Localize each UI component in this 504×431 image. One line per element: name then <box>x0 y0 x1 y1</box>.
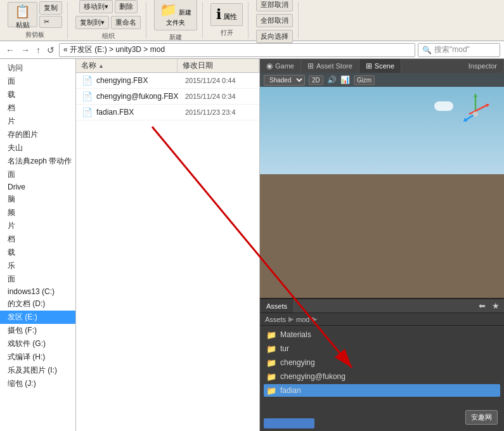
file-date-1: 2015/11/24 0:34 <box>185 93 254 100</box>
tab-inspector[interactable]: Inspector <box>462 59 504 73</box>
sidebar-item-4[interactable]: 片 <box>0 115 75 128</box>
sidebar-item-c[interactable]: indows13 (C:) <box>0 286 75 297</box>
sidebar-item-pics[interactable]: 存的图片 <box>0 128 75 141</box>
asset-label-chengying: chengying <box>280 358 315 367</box>
move-to-button[interactable]: 移动到▾ <box>79 0 113 13</box>
scene-toolbar-overlay: Shaded 2D 🔊 📊 Gizm <box>260 73 504 87</box>
paste-button[interactable]: 📋 粘贴 <box>8 2 37 27</box>
asset-item-tur[interactable]: 📁 tur <box>264 342 500 355</box>
sidebar-item-11[interactable]: 频 <box>0 206 75 219</box>
stats-icon: 📊 <box>340 75 350 84</box>
unity-panel: ◉ Game ⊞ Asset Store ⊞ Scene Inspector <box>260 59 504 431</box>
copy-button[interactable]: 复制 <box>39 1 62 15</box>
asset-label-tur: tur <box>280 344 289 353</box>
asset-store-icon: ⊞ <box>307 61 314 70</box>
sidebar-item-drive[interactable]: Drive <box>0 181 75 193</box>
invert-select-button[interactable]: 反向选择 <box>256 30 293 43</box>
asset-item-chengying[interactable]: 📁 chengying <box>264 356 500 369</box>
svg-line-2 <box>469 105 488 114</box>
sidebar-item-8[interactable]: 面 <box>0 168 75 181</box>
back-button[interactable]: ← <box>4 45 16 55</box>
sidebar-item-g[interactable]: 戏软件 (G:) <box>0 337 75 351</box>
address-path[interactable]: « 开发区 (E:) > unity3D > mod <box>59 43 415 57</box>
delete-button[interactable]: 删除 <box>115 0 138 13</box>
file-list-panel: 名称 ▲ 修改日期 📄 chengying.FBX 2015/11/24 0:4… <box>76 59 260 431</box>
deselect-all-button[interactable]: 全部取消 <box>256 14 293 27</box>
sidebar-item-i[interactable]: 乐及其图片 (I:) <box>0 364 75 377</box>
breadcrumb-sep-1: ▶ <box>288 315 294 323</box>
cut-button[interactable]: ✂ <box>39 16 62 28</box>
rename-button[interactable]: 重命名 <box>111 16 141 29</box>
audio-icon: 🔊 <box>327 75 337 84</box>
sidebar-item-12[interactable]: 片 <box>0 219 75 233</box>
tab-asset-store[interactable]: ⊞ Asset Store <box>301 59 359 73</box>
horizon-line <box>260 174 504 175</box>
copy-to-button[interactable]: 复制到▾ <box>75 16 109 29</box>
properties-button[interactable]: ℹ 属性 <box>210 3 243 26</box>
sidebar-item-3[interactable]: 档 <box>0 101 75 115</box>
col-header-name[interactable]: 名称 ▲ <box>76 59 178 72</box>
scene-ground <box>260 174 504 298</box>
search-icon: 🔍 <box>422 46 432 55</box>
file-item-2[interactable]: 📄 fadian.FBX 2015/11/23 23:4 <box>76 105 259 120</box>
sidebar-item-1[interactable]: 面 <box>0 75 75 88</box>
refresh-button[interactable]: ↺ <box>45 45 56 55</box>
new-folder-button[interactable]: 📁 新建文件夹 <box>154 0 197 30</box>
up-button[interactable]: ↑ <box>34 45 42 55</box>
gizmos-button[interactable]: Gizm <box>354 75 375 85</box>
sidebar-item-d[interactable]: 的文档 (D:) <box>0 297 75 311</box>
sidebar-item-2[interactable]: 载 <box>0 88 75 101</box>
sidebar-item-14[interactable]: 载 <box>0 246 75 259</box>
asset-item-fadian[interactable]: 📁 fadian <box>264 384 500 397</box>
clipboard-group: 📋 粘贴 复制 ✂ 剪切板 <box>3 2 68 39</box>
selected-blue-bar <box>264 418 314 428</box>
tab-scene[interactable]: ⊞ Scene <box>359 59 401 73</box>
sidebar-item-zeph[interactable]: 名法典zeph 带动作 <box>0 155 75 168</box>
file-date-0: 2015/11/24 0:44 <box>185 77 254 84</box>
sidebar-item-brain[interactable]: 脑 <box>0 193 75 206</box>
organize-group: 移动到▾ 删除 复制到▾ 重命名 组织 <box>70 2 146 39</box>
file-icon-1: 📄 <box>81 91 93 102</box>
2d-button[interactable]: 2D <box>309 75 323 85</box>
folder-icon-tur: 📁 <box>266 344 276 354</box>
file-list-header: 名称 ▲ 修改日期 <box>76 59 259 73</box>
sidebar-item-f[interactable]: 摄包 (F:) <box>0 324 75 337</box>
sidebar-item-h[interactable]: 式编译 (H:) <box>0 351 75 364</box>
unity-scene-view: Shaded 2D 🔊 📊 Gizm <box>260 73 504 298</box>
left-sidebar: 访问 面 载 档 片 存的图片 夫山 名法典zeph 带动作 <box>0 59 76 431</box>
sidebar-item-fushan[interactable]: 夫山 <box>0 141 75 155</box>
sidebar-item-16[interactable]: 面 <box>0 273 75 286</box>
breadcrumb-sep-2: ▶ <box>312 315 317 323</box>
toolbar: 📋 粘贴 复制 ✂ 剪切板 移动到▾ <box>0 0 504 41</box>
asset-label-materials: Materials <box>280 330 311 339</box>
shaded-select[interactable]: Shaded <box>264 75 305 86</box>
folder-icon-chengying: 📁 <box>266 357 276 368</box>
tab-assets[interactable]: Assets <box>260 299 294 312</box>
search-icon-btn[interactable]: ⬅ <box>477 300 488 311</box>
asset-item-chengying-fukong[interactable]: 📁 chengying@fukong <box>264 370 500 383</box>
sidebar-item-13[interactable]: 档 <box>0 233 75 246</box>
address-bar: ← → ↑ ↺ « 开发区 (E:) > unity3D > mod 🔍 搜索"… <box>0 41 504 59</box>
file-item-0[interactable]: 📄 chengying.FBX 2015/11/24 0:44 <box>76 73 259 89</box>
col-header-date[interactable]: 修改日期 <box>178 59 259 72</box>
organize-label: 组织 <box>102 32 115 41</box>
forward-button[interactable]: → <box>19 45 32 55</box>
asset-item-materials[interactable]: 📁 Materials <box>264 328 500 341</box>
sidebar-item-visit[interactable]: 访问 <box>0 61 75 75</box>
breadcrumb-mod[interactable]: mod <box>296 316 309 323</box>
sidebar-item-15[interactable]: 乐 <box>0 259 75 273</box>
tab-game[interactable]: ◉ Game <box>260 59 301 73</box>
unity-bottom-right-btns: ⬅ ★ <box>477 299 504 313</box>
sidebar-item-e[interactable]: 发区 (E:) <box>0 311 75 324</box>
file-icon-0: 📄 <box>81 75 93 86</box>
sidebar-item-j[interactable]: 缩包 (J:) <box>0 377 75 390</box>
new-label: 新建 <box>169 33 182 42</box>
select-all-button[interactable]: 至部取消 <box>256 0 293 11</box>
fav-icon-btn[interactable]: ★ <box>490 300 501 311</box>
folder-icon-chengying-fukong: 📁 <box>266 371 276 382</box>
breadcrumb-assets[interactable]: Assets <box>265 316 286 323</box>
asset-grid: 📁 Materials 📁 tur 📁 chengying 📁 chengyin… <box>260 326 504 418</box>
unity-top-tabs: ◉ Game ⊞ Asset Store ⊞ Scene Inspector <box>260 59 504 73</box>
file-item-1[interactable]: 📄 chengying@fukong.FBX 2015/11/24 0:34 <box>76 89 259 105</box>
search-box[interactable]: 🔍 搜索"mod" <box>418 43 500 57</box>
